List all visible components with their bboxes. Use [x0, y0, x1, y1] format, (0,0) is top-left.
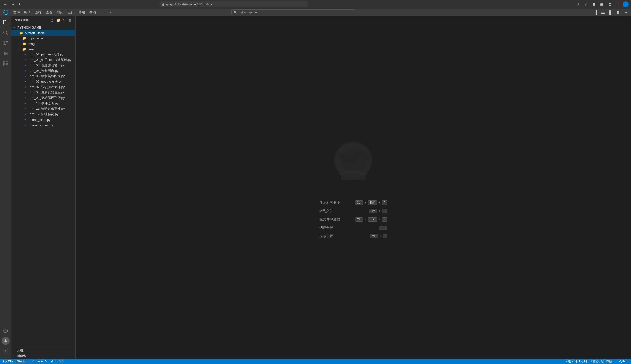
svg-rect-8: [4, 62, 5, 64]
layout-buttons: ▐ ▬ ▌ ⊟ ⋯: [592, 9, 628, 16]
bookmark-button[interactable]: ☆: [583, 2, 589, 8]
folder-pycache[interactable]: › 📁 __pycache__: [11, 36, 75, 41]
menu-run[interactable]: 运行: [66, 9, 76, 16]
activity-explorer[interactable]: [1, 18, 11, 27]
shortcut-row-find: 在文件中查找 Ctrl + Shift + F: [319, 217, 387, 222]
warning-icon: ⚠: [58, 360, 61, 363]
key-f11: F11: [379, 226, 387, 230]
file-hm01[interactable]: › ✦ hm_01_pygame入门.py: [11, 52, 75, 57]
file-hm07[interactable]: › ✦ hm_07_认识游戏循环.py: [11, 84, 75, 90]
file-hm02-label: hm_02_使用Rect描述英雄.py: [30, 58, 71, 62]
user-account-button[interactable]: [2, 337, 10, 345]
editor-forward-button[interactable]: →: [107, 10, 113, 15]
timeline-section[interactable]: › 时间线: [11, 353, 75, 358]
file-hm06[interactable]: › ✦ hm_06_update方法.py: [11, 79, 75, 84]
file-hm02[interactable]: › ✦ hm_02_使用Rect描述英雄.py: [11, 57, 75, 63]
timeline-label: 时间线: [17, 354, 26, 358]
file-hm01-label: hm_01_pygame入门.py: [30, 52, 64, 57]
svg-rect-10: [4, 64, 5, 66]
folder-venv[interactable]: › 📁 venv: [11, 46, 75, 52]
more-actions-button[interactable]: ⋯: [622, 9, 628, 16]
shortcut-commands-label: 显示所有命令: [319, 200, 340, 205]
error-count: 0: [55, 360, 56, 363]
sync-icon: ↻: [45, 360, 47, 363]
status-right: 休眠时间: 1 小时 2核心 / 帧 US筌… Python: [564, 358, 629, 364]
menu-edit[interactable]: 编辑: [22, 9, 33, 16]
toggle-secondary-sidebar-button[interactable]: ▌: [607, 9, 614, 16]
download-button[interactable]: ⬇: [575, 2, 581, 8]
activity-remote[interactable]: [1, 326, 11, 336]
status-sleep-info[interactable]: 休眠时间: 1 小时: [564, 358, 588, 364]
activity-extensions[interactable]: [1, 59, 11, 69]
toggle-panel-button[interactable]: ▬: [600, 9, 606, 16]
folder-aircraft-battle[interactable]: ▾ 📂 Aircraft_Battle: [11, 30, 75, 36]
back-button[interactable]: ←: [3, 2, 9, 8]
new-file-button[interactable]: 🗋: [50, 18, 55, 23]
editor-area: 显示所有命令 Ctrl + Shift + P 转到文件 Ctrl + P: [76, 16, 631, 358]
status-errors[interactable]: ⊘ 0 ⚠ 0: [50, 358, 65, 364]
menu-view[interactable]: 查看: [44, 9, 54, 16]
collapse-folders-button[interactable]: ⊟: [67, 18, 72, 23]
command-search-bar[interactable]: 🔍 python_game: [232, 9, 355, 15]
file-plane-sprites[interactable]: › ✦ plane_sprites.py: [11, 122, 75, 128]
file-hm11[interactable]: › ✦ hm_11_监听退出事件.py: [11, 106, 75, 112]
menu-items: 文件 编辑 选择 查看 转到 运行 终端 帮助: [11, 9, 98, 16]
file-hm04[interactable]: › ✦ hm_04_绘制图像.py: [11, 68, 75, 74]
python-file-icon: ✦: [24, 113, 29, 116]
url-text: gnepuil.cloudstudio.net/tty/psmhfu/: [166, 3, 212, 6]
project-root[interactable]: ▾ PYTHON GAME: [11, 25, 75, 30]
file-hm12[interactable]: › ✦ hm_12_演练精灵.py: [11, 112, 75, 117]
file-hm05-label: hm_05_绘制英雄图像.py: [30, 74, 65, 78]
toggle-primary-sidebar-button[interactable]: ▐: [592, 9, 599, 16]
activity-bottom: [1, 326, 11, 358]
shortcut-settings-keys: Ctrl + .: [370, 234, 387, 238]
forward-button[interactable]: →: [10, 2, 16, 8]
file-plane-main[interactable]: › ✦ plane_main.py: [11, 117, 75, 122]
menu-goto[interactable]: 转到: [55, 9, 65, 16]
key-plus: +: [379, 209, 380, 213]
outline-label: 大纲: [17, 349, 23, 352]
search-icon: 🔍: [234, 10, 237, 14]
editor-back-button[interactable]: ←: [101, 10, 106, 15]
menu-file[interactable]: 文件: [11, 9, 22, 16]
python-file-icon: ✦: [24, 118, 29, 121]
activity-settings[interactable]: [1, 346, 11, 356]
python-file-icon: ✦: [24, 86, 29, 89]
file-hm03[interactable]: › ✦ hm_03_创建游戏窗口.py: [11, 63, 75, 68]
key-shift: Shift: [368, 217, 377, 222]
file-hm09[interactable]: › ✦ hm_09_英雄循环飞行.py: [11, 95, 75, 100]
fullscreen-button[interactable]: ⛶: [615, 2, 621, 8]
folder-images[interactable]: › 📁 images: [11, 41, 75, 46]
warning-count: 0: [62, 360, 64, 363]
new-folder-button[interactable]: 📁: [56, 18, 61, 23]
activity-run[interactable]: [1, 48, 11, 58]
menu-terminal[interactable]: 终端: [77, 9, 87, 16]
refresh-button[interactable]: ↻: [17, 2, 23, 8]
menu-select[interactable]: 选择: [33, 9, 44, 16]
file-hm10[interactable]: › ✦ hm_10_事件监听.py: [11, 100, 75, 106]
sidebar-toggle-button[interactable]: ▣: [599, 2, 605, 8]
customize-layout-button[interactable]: ⊟: [615, 9, 621, 16]
status-encoding[interactable]: 2核心 / 帧 US筌…: [590, 358, 616, 364]
outline-section[interactable]: › 大纲: [11, 348, 75, 353]
main-area: 资源管理器 🗋 📁 ↻ ⊟ ▾ PYTHON GAME ▾ 📂 Aircraft…: [0, 16, 631, 358]
folder-icon: 📁: [22, 36, 27, 40]
status-branch[interactable]: ⎇ master ↻: [29, 358, 48, 364]
shortcut-list: 显示所有命令 Ctrl + Shift + P 转到文件 Ctrl + P: [319, 200, 387, 238]
extension-button[interactable]: ⊞: [591, 2, 597, 8]
file-hm05[interactable]: › ✦ hm_05_绘制英雄图像.py: [11, 74, 75, 79]
title-bar: ← → ↻ 🔒 gnepuil.cloudstudio.net/tty/psmh…: [0, 0, 631, 9]
status-brand-label: Cloud Studio: [8, 360, 27, 363]
menu-help[interactable]: 帮助: [87, 9, 98, 16]
python-file-icon: ✦: [24, 102, 29, 105]
status-brand[interactable]: Cloud Studio: [2, 358, 28, 364]
user-avatar[interactable]: U: [622, 2, 628, 8]
file-hm08[interactable]: › ✦ hm_08_更新英雄位置.py: [11, 90, 75, 95]
refresh-explorer-button[interactable]: ↻: [62, 18, 66, 23]
python-file-icon: ✦: [24, 124, 29, 127]
activity-source-control[interactable]: [1, 38, 11, 48]
activity-search[interactable]: [1, 28, 11, 38]
window-control[interactable]: ⊡: [607, 2, 613, 8]
address-bar[interactable]: 🔒 gnepuil.cloudstudio.net/tty/psmhfu/: [159, 2, 308, 8]
status-language[interactable]: Python: [618, 358, 629, 364]
